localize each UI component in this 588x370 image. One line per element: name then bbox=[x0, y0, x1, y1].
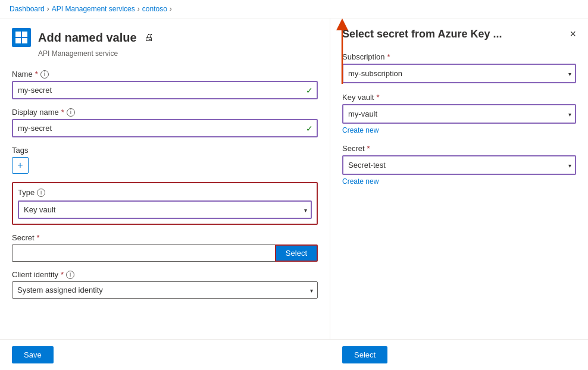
name-info-icon[interactable]: i bbox=[40, 70, 49, 79]
panel-header: Select secret from Azure Key ... × bbox=[342, 28, 576, 40]
type-group: Type i Plain Secret Key vault ▾ bbox=[12, 182, 318, 225]
name-input[interactable] bbox=[12, 81, 318, 99]
secret-group: Secret * Select bbox=[12, 233, 318, 262]
type-select[interactable]: Plain Secret Key vault bbox=[18, 200, 312, 219]
key-vault-create-new[interactable]: Create new bbox=[342, 126, 379, 134]
type-label: Type i bbox=[18, 188, 312, 197]
print-icon[interactable]: 🖨 bbox=[144, 32, 154, 43]
client-identity-label: Client identity * i bbox=[12, 270, 318, 279]
client-identity-required: * bbox=[61, 270, 64, 279]
right-secret-select[interactable]: Secret-test bbox=[342, 155, 576, 175]
type-select-wrapper: Plain Secret Key vault ▾ bbox=[18, 200, 312, 219]
right-secret-select-wrapper: Secret-test ▾ bbox=[342, 155, 576, 175]
display-name-input[interactable] bbox=[12, 119, 318, 137]
secret-required: * bbox=[37, 233, 40, 242]
left-bottom-bar: Save bbox=[0, 339, 330, 370]
breadcrumb: Dashboard › API Management services › co… bbox=[0, 0, 588, 18]
right-select-button[interactable]: Select bbox=[342, 346, 387, 363]
panel-title: Select secret from Azure Key ... bbox=[342, 28, 502, 40]
client-identity-select[interactable]: System assigned identity User assigned i… bbox=[12, 281, 318, 299]
add-tag-button[interactable]: + bbox=[12, 157, 29, 174]
display-name-check-icon: ✓ bbox=[306, 124, 313, 133]
select-secret-button[interactable]: Select bbox=[275, 244, 318, 262]
key-vault-required: * bbox=[376, 93, 379, 102]
secret-create-new[interactable]: Create new bbox=[342, 177, 379, 186]
left-panel: Add named value 🖨 API Management service… bbox=[0, 18, 330, 370]
display-name-input-wrapper: ✓ bbox=[12, 119, 318, 137]
close-button[interactable]: × bbox=[570, 28, 576, 40]
display-name-info-icon[interactable]: i bbox=[67, 108, 75, 117]
secret-label: Secret * bbox=[12, 233, 318, 242]
display-name-label: Display name * i bbox=[12, 108, 318, 117]
subscription-label: Subscription * bbox=[342, 52, 576, 61]
client-identity-select-wrapper: System assigned identity User assigned i… bbox=[12, 281, 318, 299]
key-vault-label: Key vault * bbox=[342, 93, 576, 102]
key-vault-select-wrapper: my-vault ▾ bbox=[342, 104, 576, 124]
right-panel: Select secret from Azure Key ... × Subsc… bbox=[330, 18, 588, 370]
right-secret-label: Secret * bbox=[342, 144, 576, 153]
client-identity-group: Client identity * i System assigned iden… bbox=[12, 270, 318, 299]
breadcrumb-dashboard[interactable]: Dashboard bbox=[10, 5, 45, 13]
name-label: Name * i bbox=[12, 70, 318, 79]
save-button[interactable]: Save bbox=[12, 346, 54, 363]
name-group: Name * i ✓ bbox=[12, 70, 318, 99]
name-required: * bbox=[35, 70, 38, 79]
display-name-required: * bbox=[61, 108, 64, 117]
page-title: Add named value bbox=[38, 31, 137, 45]
breadcrumb-contoso[interactable]: contoso bbox=[142, 5, 167, 13]
client-identity-info-icon[interactable]: i bbox=[66, 271, 74, 279]
subscription-required: * bbox=[387, 52, 390, 61]
key-vault-select[interactable]: my-vault bbox=[342, 104, 576, 124]
breadcrumb-api-management[interactable]: API Management services bbox=[52, 5, 135, 13]
right-bottom-bar: Select bbox=[330, 339, 588, 370]
right-secret-group: Secret * Secret-test ▾ Create new bbox=[342, 144, 576, 186]
subscription-select-wrapper: my-subscription ▾ bbox=[342, 64, 576, 83]
name-input-wrapper: ✓ bbox=[12, 81, 318, 99]
secret-input-row: Select bbox=[12, 244, 318, 262]
tags-group: Tags + bbox=[12, 146, 318, 174]
type-info-icon[interactable]: i bbox=[37, 189, 45, 197]
tags-label: Tags bbox=[12, 146, 318, 155]
subscription-select[interactable]: my-subscription bbox=[342, 64, 576, 83]
page-icon bbox=[12, 28, 31, 47]
key-vault-group: Key vault * my-vault ▾ Create new bbox=[342, 93, 576, 134]
secret-input[interactable] bbox=[12, 244, 275, 262]
right-secret-required: * bbox=[367, 144, 370, 153]
page-subtitle: API Management service bbox=[38, 49, 318, 58]
display-name-group: Display name * i ✓ bbox=[12, 108, 318, 137]
subscription-group: Subscription * my-subscription ▾ bbox=[342, 52, 576, 83]
name-check-icon: ✓ bbox=[306, 86, 313, 95]
